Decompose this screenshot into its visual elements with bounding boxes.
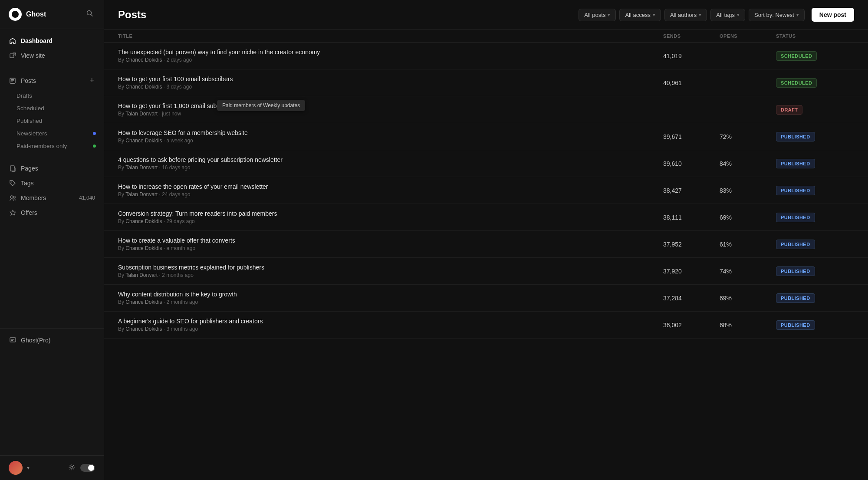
status-badge-1: SCHEDULED bbox=[776, 51, 817, 61]
post-meta-1: By Chance Dokidis · 2 days ago bbox=[118, 57, 663, 63]
table-row[interactable]: The unexpected (but proven) way to find … bbox=[104, 43, 868, 69]
table-row[interactable]: 4 questions to ask before pricing your s… bbox=[104, 150, 868, 177]
status-badge-2: SCHEDULED bbox=[776, 78, 817, 88]
table-row[interactable]: How to create a valuable offer that conv… bbox=[104, 231, 868, 258]
status-badge-3: DRAFT bbox=[776, 105, 802, 115]
post-author-5[interactable]: Talan Dorwart bbox=[125, 164, 158, 171]
sidebar-item-members[interactable]: Members 41,040 bbox=[0, 191, 104, 205]
post-title-6: How to increase the open rates of your e… bbox=[118, 183, 663, 190]
post-status-cell-11: PUBLISHED bbox=[776, 320, 854, 330]
newsletters-label: Newsletters bbox=[16, 130, 47, 137]
members-badge: 41,040 bbox=[79, 195, 95, 201]
table-row[interactable]: Paid members of Weekly updates How to ge… bbox=[104, 96, 868, 123]
post-title-9: Subscription business metrics explained … bbox=[118, 264, 663, 271]
post-opens-11: 68% bbox=[720, 322, 776, 329]
post-author-10[interactable]: Chance Dokidis bbox=[125, 299, 162, 305]
avatar[interactable] bbox=[9, 461, 23, 475]
post-status-cell-5: PUBLISHED bbox=[776, 159, 854, 168]
post-title-11: A beginner's guide to SEO for publishers… bbox=[118, 318, 663, 325]
post-meta-8: By Chance Dokidis · a month ago bbox=[118, 245, 663, 251]
post-author-1[interactable]: Chance Dokidis bbox=[125, 57, 162, 63]
post-meta-10: By Chance Dokidis · 2 months ago bbox=[118, 299, 663, 305]
post-title-3: How to get your first 1,000 email subscr… bbox=[118, 102, 663, 109]
table-row[interactable]: A beginner's guide to SEO for publishers… bbox=[104, 312, 868, 339]
all-authors-chevron-icon: ▾ bbox=[699, 12, 701, 18]
sidebar-item-published[interactable]: Published bbox=[0, 115, 104, 127]
sidebar-item-offers[interactable]: Offers bbox=[0, 205, 104, 220]
sidebar-item-scheduled[interactable]: Scheduled bbox=[0, 102, 104, 115]
post-meta-3: By Talan Dorwart · just now bbox=[118, 111, 663, 117]
table-body: The unexpected (but proven) way to find … bbox=[104, 43, 868, 339]
sidebar-header: Ghost bbox=[0, 0, 104, 29]
sidebar-item-view-site[interactable]: View site bbox=[0, 48, 104, 63]
newsletters-dot bbox=[93, 132, 96, 135]
post-author-3[interactable]: Talan Dorwart bbox=[125, 111, 158, 117]
nav-main: Dashboard View site bbox=[0, 29, 104, 67]
settings-button[interactable] bbox=[68, 463, 76, 473]
table-row[interactable]: How to get your first 100 email subscrib… bbox=[104, 69, 868, 96]
post-author-4[interactable]: Chance Dokidis bbox=[125, 138, 162, 144]
post-author-6[interactable]: Talan Dorwart bbox=[125, 191, 158, 197]
drafts-label: Drafts bbox=[16, 92, 32, 99]
svg-point-8 bbox=[11, 181, 12, 182]
status-badge-9: PUBLISHED bbox=[776, 266, 815, 276]
sidebar-item-paid-members-only[interactable]: Paid-members only bbox=[0, 140, 104, 152]
sidebar-item-tags[interactable]: Tags bbox=[0, 176, 104, 191]
post-info-2: How to get your first 100 email subscrib… bbox=[118, 76, 663, 90]
post-info-5: 4 questions to ask before pricing your s… bbox=[118, 156, 663, 171]
post-opens-4: 72% bbox=[720, 133, 776, 140]
post-author-9[interactable]: Talan Dorwart bbox=[125, 272, 158, 278]
sidebar-item-ghost-pro[interactable]: Ghost(Pro) bbox=[9, 334, 95, 347]
all-access-filter[interactable]: All access ▾ bbox=[619, 9, 661, 21]
post-meta-9: By Talan Dorwart · 2 months ago bbox=[118, 272, 663, 278]
post-author-2[interactable]: Chance Dokidis bbox=[125, 84, 162, 90]
table-row[interactable]: Why content distribution is the key to g… bbox=[104, 285, 868, 312]
nav-other: Pages Tags Members 41,040 bbox=[0, 157, 104, 224]
sidebar-item-pages[interactable]: Pages bbox=[0, 161, 104, 176]
table-row[interactable]: How to leverage SEO for a membership web… bbox=[104, 123, 868, 150]
brand: Ghost bbox=[9, 8, 46, 21]
post-info-4: How to leverage SEO for a membership web… bbox=[118, 129, 663, 144]
pages-icon bbox=[9, 164, 16, 172]
all-posts-filter[interactable]: All posts ▾ bbox=[579, 9, 616, 21]
post-title-2: How to get your first 100 email subscrib… bbox=[118, 76, 663, 82]
sidebar-item-drafts[interactable]: Drafts bbox=[0, 89, 104, 102]
table-row[interactable]: How to increase the open rates of your e… bbox=[104, 177, 868, 204]
add-post-button[interactable]: + bbox=[89, 75, 95, 86]
view-site-label: View site bbox=[21, 52, 45, 59]
external-link-icon bbox=[9, 52, 16, 59]
post-status-cell-9: PUBLISHED bbox=[776, 266, 854, 276]
post-title-10: Why content distribution is the key to g… bbox=[118, 291, 663, 298]
sidebar-item-dashboard[interactable]: Dashboard bbox=[0, 33, 104, 48]
posts-sub-nav: Drafts Scheduled Published Newsletters P… bbox=[0, 89, 104, 152]
sidebar-item-posts[interactable]: Posts + bbox=[0, 72, 104, 89]
status-badge-8: PUBLISHED bbox=[776, 240, 815, 249]
page-header: Posts All posts ▾ All access ▾ All autho… bbox=[104, 0, 868, 30]
all-authors-filter[interactable]: All authors ▾ bbox=[664, 9, 707, 21]
table-row[interactable]: Conversion strategy: Turn more readers i… bbox=[104, 204, 868, 231]
dashboard-label: Dashboard bbox=[21, 37, 53, 44]
status-badge-4: PUBLISHED bbox=[776, 132, 815, 141]
all-tags-chevron-icon: ▾ bbox=[737, 12, 740, 18]
table-row[interactable]: Subscription business metrics explained … bbox=[104, 258, 868, 285]
post-info-9: Subscription business metrics explained … bbox=[118, 264, 663, 278]
post-info-10: Why content distribution is the key to g… bbox=[118, 291, 663, 305]
post-info-6: How to increase the open rates of your e… bbox=[118, 183, 663, 197]
post-opens-7: 69% bbox=[720, 214, 776, 221]
theme-toggle[interactable] bbox=[80, 464, 95, 472]
new-post-button[interactable]: New post bbox=[812, 8, 854, 22]
svg-point-14 bbox=[71, 466, 73, 468]
tag-icon bbox=[9, 179, 16, 187]
post-info-8: How to create a valuable offer that conv… bbox=[118, 237, 663, 251]
post-author-8[interactable]: Chance Dokidis bbox=[125, 245, 162, 251]
sort-filter[interactable]: Sort by: Newest ▾ bbox=[749, 9, 805, 21]
page-title: Posts bbox=[118, 9, 146, 21]
search-button[interactable] bbox=[85, 8, 95, 21]
post-opens-10: 69% bbox=[720, 295, 776, 302]
status-badge-11: PUBLISHED bbox=[776, 320, 815, 330]
sidebar-item-newsletters[interactable]: Newsletters bbox=[0, 127, 104, 140]
post-opens-8: 61% bbox=[720, 241, 776, 248]
post-author-7[interactable]: Chance Dokidis bbox=[125, 218, 162, 224]
all-tags-filter[interactable]: All tags ▾ bbox=[710, 9, 745, 21]
post-author-11[interactable]: Chance Dokidis bbox=[125, 326, 162, 332]
